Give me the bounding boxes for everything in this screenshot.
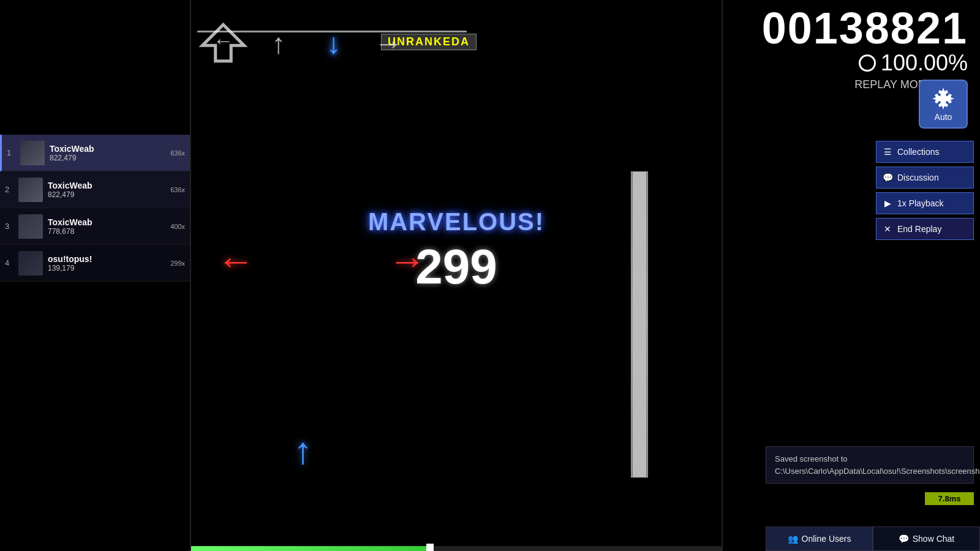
progress-bar bbox=[191, 546, 722, 551]
end-icon: ✕ bbox=[883, 224, 892, 234]
lb-info: osu!topus! 139,179 bbox=[48, 254, 170, 272]
gear-icon bbox=[931, 86, 956, 111]
end-replay-button[interactable]: ✕ End Replay bbox=[876, 218, 974, 240]
score-number: 00138821 bbox=[762, 6, 968, 50]
lb-entry-1[interactable]: 1 ToxicWeab 822,479 636x bbox=[0, 135, 190, 171]
online-users-button[interactable]: 👥 Online Users bbox=[766, 527, 873, 551]
red-left-arrow: ← bbox=[209, 239, 262, 290]
progress-fill bbox=[191, 546, 430, 551]
auto-button-label: Auto bbox=[935, 112, 952, 122]
lb-info: ToxicWeab 822,479 bbox=[50, 144, 170, 162]
receptor-arrows: ← ↑ ↓ → bbox=[197, 18, 415, 67]
end-replay-label: End Replay bbox=[897, 224, 941, 234]
accuracy-value: 100.00% bbox=[881, 50, 968, 76]
playback-button[interactable]: ▶ 1x Playback bbox=[876, 192, 974, 214]
receptor-right-arrow: → bbox=[363, 18, 415, 67]
lb-name: osu!topus! bbox=[48, 254, 170, 264]
screenshot-notification: Saved screenshot to C:\Users\Carlo\AppDa… bbox=[766, 446, 974, 484]
chat-icon: 💬 bbox=[899, 534, 909, 544]
playback-label: 1x Playback bbox=[897, 198, 943, 208]
svg-text:←: ← bbox=[217, 240, 254, 282]
lb-name: ToxicWeab bbox=[50, 144, 170, 154]
people-icon: 👥 bbox=[788, 534, 798, 544]
marvelous-text: MARVELOUS! bbox=[368, 208, 545, 236]
discussion-button[interactable]: 💬 Discussion bbox=[876, 167, 974, 189]
red-right-arrow: → bbox=[381, 239, 433, 290]
lb-combo: 636x bbox=[170, 186, 185, 193]
lb-info: ToxicWeab 822,479 bbox=[48, 181, 170, 199]
show-chat-label: Show Chat bbox=[913, 534, 954, 544]
lb-combo: 636x bbox=[170, 149, 185, 157]
lb-name: ToxicWeab bbox=[48, 181, 170, 190]
right-buttons: ☰ Collections 💬 Discussion ▶ 1x Playback… bbox=[876, 141, 974, 240]
svg-text:→: → bbox=[388, 240, 426, 282]
svg-text:↓: ↓ bbox=[326, 28, 341, 59]
collections-icon: ☰ bbox=[883, 147, 892, 157]
discussion-label: Discussion bbox=[897, 173, 939, 182]
leaderboard: 1 ToxicWeab 822,479 636x 2 ToxicWeab 822… bbox=[0, 135, 190, 282]
game-area: UNRANKEDA ← ↑ ↓ → MARVELOUS! 299 ← → bbox=[190, 0, 723, 551]
lb-score: 822,479 bbox=[50, 154, 170, 162]
score-display: 00138821 100.00% REPLAY MODE - Watc bbox=[762, 6, 968, 91]
latency-badge: 7.8ms bbox=[925, 492, 974, 505]
lb-entry-3[interactable]: 3 ToxicWeab 778,678 400x bbox=[0, 208, 190, 245]
lb-score: 778,678 bbox=[48, 227, 170, 236]
svg-text:↑: ↑ bbox=[293, 430, 312, 471]
lb-entry-4[interactable]: 4 osu!topus! 139,179 299x bbox=[0, 245, 190, 282]
collections-label: Collections bbox=[897, 147, 939, 157]
lb-rank: 4 bbox=[5, 258, 15, 268]
receptor-left-arrow: ← bbox=[197, 18, 249, 67]
receptor-up-arrow: ↑ bbox=[252, 18, 304, 67]
lb-info: ToxicWeab 778,678 bbox=[48, 217, 170, 236]
svg-text:→: → bbox=[374, 28, 403, 59]
lb-rank: 2 bbox=[5, 185, 15, 194]
screenshot-text: Saved screenshot to C:\Users\Carlo\AppDa… bbox=[775, 454, 980, 476]
lb-name: ToxicWeab bbox=[48, 217, 170, 227]
score-accuracy: 100.00% bbox=[762, 50, 968, 76]
lb-rank: 3 bbox=[5, 222, 15, 231]
lb-score: 822,479 bbox=[48, 190, 170, 199]
online-users-label: Online Users bbox=[802, 534, 851, 544]
svg-text:↑: ↑ bbox=[271, 28, 285, 59]
lb-avatar bbox=[20, 141, 45, 165]
bottom-bar: 👥 Online Users 💬 Show Chat bbox=[766, 527, 980, 551]
play-icon: ▶ bbox=[883, 198, 892, 208]
show-chat-button[interactable]: 💬 Show Chat bbox=[873, 527, 980, 551]
receptor-down-arrow-active: ↓ bbox=[307, 18, 360, 67]
svg-text:←: ← bbox=[213, 29, 234, 53]
lb-entry-2[interactable]: 2 ToxicWeab 822,479 636x bbox=[0, 171, 190, 208]
bottom-up-arrow: ↑ bbox=[277, 426, 329, 478]
auto-button[interactable]: Auto bbox=[919, 80, 968, 129]
lb-score: 139,179 bbox=[48, 264, 170, 272]
progress-indicator bbox=[426, 544, 434, 551]
vertical-bar-inner bbox=[633, 172, 646, 477]
vertical-bar bbox=[631, 171, 648, 478]
lb-combo: 299x bbox=[170, 260, 185, 267]
lb-avatar bbox=[18, 251, 43, 276]
collections-button[interactable]: ☰ Collections bbox=[876, 141, 974, 163]
lb-rank: 1 bbox=[7, 148, 17, 157]
discussion-icon: 💬 bbox=[883, 173, 892, 182]
lb-combo: 400x bbox=[170, 223, 185, 230]
lb-avatar bbox=[18, 178, 43, 202]
lb-avatar bbox=[18, 214, 43, 239]
clock-icon bbox=[859, 54, 876, 72]
